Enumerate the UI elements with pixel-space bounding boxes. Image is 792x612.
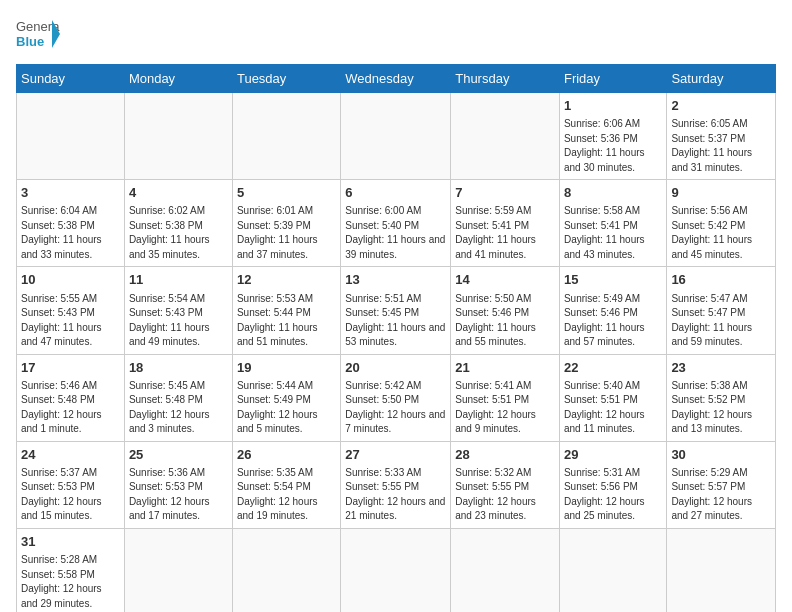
day-info: Sunrise: 5:50 AM Sunset: 5:46 PM Dayligh…	[455, 292, 555, 350]
day-info: Sunrise: 5:36 AM Sunset: 5:53 PM Dayligh…	[129, 466, 228, 524]
calendar-cell	[341, 93, 451, 180]
day-number: 30	[671, 446, 771, 464]
day-number: 24	[21, 446, 120, 464]
calendar-cell	[124, 93, 232, 180]
day-number: 7	[455, 184, 555, 202]
weekday-header-friday: Friday	[559, 65, 666, 93]
calendar-cell: 12Sunrise: 5:53 AM Sunset: 5:44 PM Dayli…	[232, 267, 340, 354]
calendar-cell: 16Sunrise: 5:47 AM Sunset: 5:47 PM Dayli…	[667, 267, 776, 354]
day-info: Sunrise: 5:42 AM Sunset: 5:50 PM Dayligh…	[345, 379, 446, 437]
calendar-cell: 9Sunrise: 5:56 AM Sunset: 5:42 PM Daylig…	[667, 180, 776, 267]
calendar-cell: 23Sunrise: 5:38 AM Sunset: 5:52 PM Dayli…	[667, 354, 776, 441]
logo-svg: General Blue	[16, 16, 60, 52]
svg-text:Blue: Blue	[16, 34, 44, 49]
calendar-cell	[451, 528, 560, 612]
day-info: Sunrise: 5:55 AM Sunset: 5:43 PM Dayligh…	[21, 292, 120, 350]
calendar-cell: 15Sunrise: 5:49 AM Sunset: 5:46 PM Dayli…	[559, 267, 666, 354]
week-row-1: 3Sunrise: 6:04 AM Sunset: 5:38 PM Daylig…	[17, 180, 776, 267]
calendar-cell: 6Sunrise: 6:00 AM Sunset: 5:40 PM Daylig…	[341, 180, 451, 267]
day-number: 15	[564, 271, 662, 289]
calendar-cell: 13Sunrise: 5:51 AM Sunset: 5:45 PM Dayli…	[341, 267, 451, 354]
calendar-cell: 20Sunrise: 5:42 AM Sunset: 5:50 PM Dayli…	[341, 354, 451, 441]
week-row-2: 10Sunrise: 5:55 AM Sunset: 5:43 PM Dayli…	[17, 267, 776, 354]
calendar-cell	[341, 528, 451, 612]
weekday-header-thursday: Thursday	[451, 65, 560, 93]
week-row-4: 24Sunrise: 5:37 AM Sunset: 5:53 PM Dayli…	[17, 441, 776, 528]
day-number: 27	[345, 446, 446, 464]
day-number: 11	[129, 271, 228, 289]
day-info: Sunrise: 6:06 AM Sunset: 5:36 PM Dayligh…	[564, 117, 662, 175]
day-info: Sunrise: 6:00 AM Sunset: 5:40 PM Dayligh…	[345, 204, 446, 262]
day-info: Sunrise: 5:31 AM Sunset: 5:56 PM Dayligh…	[564, 466, 662, 524]
day-info: Sunrise: 5:29 AM Sunset: 5:57 PM Dayligh…	[671, 466, 771, 524]
calendar-header: SundayMondayTuesdayWednesdayThursdayFrid…	[17, 65, 776, 93]
day-info: Sunrise: 5:59 AM Sunset: 5:41 PM Dayligh…	[455, 204, 555, 262]
day-number: 5	[237, 184, 336, 202]
calendar-cell: 18Sunrise: 5:45 AM Sunset: 5:48 PM Dayli…	[124, 354, 232, 441]
day-info: Sunrise: 6:01 AM Sunset: 5:39 PM Dayligh…	[237, 204, 336, 262]
calendar-cell	[451, 93, 560, 180]
calendar-cell: 17Sunrise: 5:46 AM Sunset: 5:48 PM Dayli…	[17, 354, 125, 441]
day-number: 19	[237, 359, 336, 377]
day-number: 13	[345, 271, 446, 289]
calendar-cell: 31Sunrise: 5:28 AM Sunset: 5:58 PM Dayli…	[17, 528, 125, 612]
calendar-cell: 1Sunrise: 6:06 AM Sunset: 5:36 PM Daylig…	[559, 93, 666, 180]
day-number: 26	[237, 446, 336, 464]
day-number: 1	[564, 97, 662, 115]
day-number: 17	[21, 359, 120, 377]
weekday-header-row: SundayMondayTuesdayWednesdayThursdayFrid…	[17, 65, 776, 93]
day-info: Sunrise: 5:40 AM Sunset: 5:51 PM Dayligh…	[564, 379, 662, 437]
day-info: Sunrise: 5:45 AM Sunset: 5:48 PM Dayligh…	[129, 379, 228, 437]
calendar-cell: 24Sunrise: 5:37 AM Sunset: 5:53 PM Dayli…	[17, 441, 125, 528]
day-info: Sunrise: 5:53 AM Sunset: 5:44 PM Dayligh…	[237, 292, 336, 350]
week-row-3: 17Sunrise: 5:46 AM Sunset: 5:48 PM Dayli…	[17, 354, 776, 441]
day-number: 12	[237, 271, 336, 289]
calendar-cell: 21Sunrise: 5:41 AM Sunset: 5:51 PM Dayli…	[451, 354, 560, 441]
week-row-5: 31Sunrise: 5:28 AM Sunset: 5:58 PM Dayli…	[17, 528, 776, 612]
day-info: Sunrise: 5:47 AM Sunset: 5:47 PM Dayligh…	[671, 292, 771, 350]
day-number: 16	[671, 271, 771, 289]
day-info: Sunrise: 6:05 AM Sunset: 5:37 PM Dayligh…	[671, 117, 771, 175]
day-number: 2	[671, 97, 771, 115]
calendar-cell: 27Sunrise: 5:33 AM Sunset: 5:55 PM Dayli…	[341, 441, 451, 528]
calendar-cell: 22Sunrise: 5:40 AM Sunset: 5:51 PM Dayli…	[559, 354, 666, 441]
day-info: Sunrise: 5:44 AM Sunset: 5:49 PM Dayligh…	[237, 379, 336, 437]
day-number: 22	[564, 359, 662, 377]
calendar-cell: 26Sunrise: 5:35 AM Sunset: 5:54 PM Dayli…	[232, 441, 340, 528]
weekday-header-wednesday: Wednesday	[341, 65, 451, 93]
day-info: Sunrise: 6:02 AM Sunset: 5:38 PM Dayligh…	[129, 204, 228, 262]
weekday-header-sunday: Sunday	[17, 65, 125, 93]
day-number: 23	[671, 359, 771, 377]
day-info: Sunrise: 5:28 AM Sunset: 5:58 PM Dayligh…	[21, 553, 120, 611]
calendar-cell	[232, 93, 340, 180]
day-info: Sunrise: 5:49 AM Sunset: 5:46 PM Dayligh…	[564, 292, 662, 350]
calendar-cell	[124, 528, 232, 612]
calendar-cell: 3Sunrise: 6:04 AM Sunset: 5:38 PM Daylig…	[17, 180, 125, 267]
calendar-cell: 7Sunrise: 5:59 AM Sunset: 5:41 PM Daylig…	[451, 180, 560, 267]
calendar-cell: 8Sunrise: 5:58 AM Sunset: 5:41 PM Daylig…	[559, 180, 666, 267]
day-number: 4	[129, 184, 228, 202]
day-number: 9	[671, 184, 771, 202]
calendar-cell: 29Sunrise: 5:31 AM Sunset: 5:56 PM Dayli…	[559, 441, 666, 528]
day-info: Sunrise: 5:46 AM Sunset: 5:48 PM Dayligh…	[21, 379, 120, 437]
calendar-cell	[232, 528, 340, 612]
calendar-cell: 28Sunrise: 5:32 AM Sunset: 5:55 PM Dayli…	[451, 441, 560, 528]
day-number: 8	[564, 184, 662, 202]
day-info: Sunrise: 5:58 AM Sunset: 5:41 PM Dayligh…	[564, 204, 662, 262]
calendar-cell	[559, 528, 666, 612]
day-number: 14	[455, 271, 555, 289]
day-number: 3	[21, 184, 120, 202]
calendar-cell: 4Sunrise: 6:02 AM Sunset: 5:38 PM Daylig…	[124, 180, 232, 267]
calendar-cell	[17, 93, 125, 180]
day-info: Sunrise: 5:32 AM Sunset: 5:55 PM Dayligh…	[455, 466, 555, 524]
day-info: Sunrise: 5:54 AM Sunset: 5:43 PM Dayligh…	[129, 292, 228, 350]
day-info: Sunrise: 5:56 AM Sunset: 5:42 PM Dayligh…	[671, 204, 771, 262]
day-info: Sunrise: 5:37 AM Sunset: 5:53 PM Dayligh…	[21, 466, 120, 524]
day-number: 21	[455, 359, 555, 377]
day-info: Sunrise: 5:33 AM Sunset: 5:55 PM Dayligh…	[345, 466, 446, 524]
day-info: Sunrise: 5:35 AM Sunset: 5:54 PM Dayligh…	[237, 466, 336, 524]
calendar-cell: 11Sunrise: 5:54 AM Sunset: 5:43 PM Dayli…	[124, 267, 232, 354]
weekday-header-saturday: Saturday	[667, 65, 776, 93]
day-number: 18	[129, 359, 228, 377]
week-row-0: 1Sunrise: 6:06 AM Sunset: 5:36 PM Daylig…	[17, 93, 776, 180]
